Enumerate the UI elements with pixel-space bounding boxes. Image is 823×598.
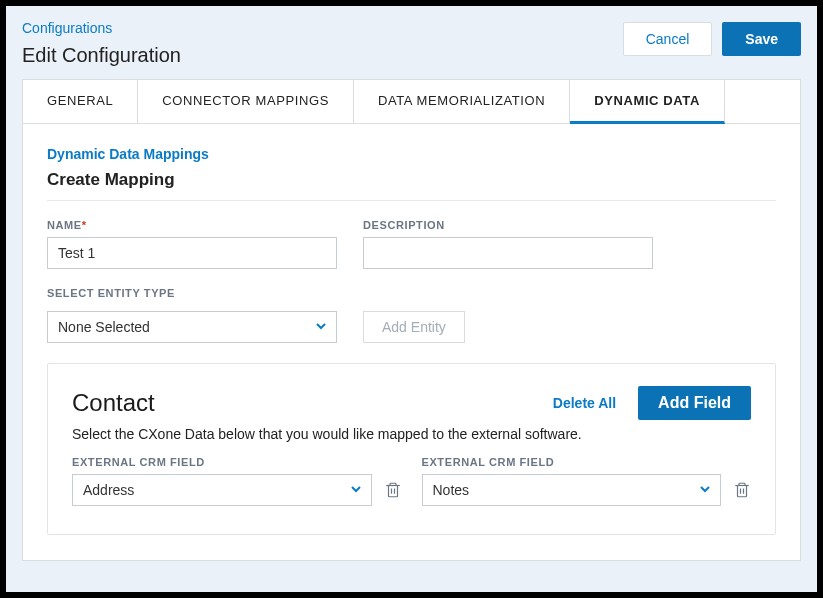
entity-title: Contact	[72, 389, 155, 417]
delete-all-button[interactable]: Delete All	[545, 387, 624, 419]
dynamic-data-mappings-link[interactable]: Dynamic Data Mappings	[47, 146, 776, 162]
description-label: DESCRIPTION	[363, 219, 653, 231]
name-input[interactable]	[47, 237, 337, 269]
entity-type-value: None Selected	[58, 319, 150, 335]
tab-dynamic-data[interactable]: DYNAMIC DATA	[570, 80, 725, 124]
entity-card: Contact Delete All Add Field Select the …	[47, 363, 776, 535]
trash-icon[interactable]	[733, 481, 751, 499]
name-label: NAME*	[47, 219, 337, 231]
tab-connector-mappings[interactable]: CONNECTOR MAPPINGS	[138, 80, 354, 123]
crm-field-value-1: Address	[83, 482, 134, 498]
tabs: GENERAL CONNECTOR MAPPINGS DATA MEMORIAL…	[23, 80, 800, 124]
create-mapping-heading: Create Mapping	[47, 170, 776, 201]
crm-field-label-2: EXTERNAL CRM FIELD	[422, 456, 752, 468]
entity-type-label: SELECT ENTITY TYPE	[47, 287, 337, 299]
save-button[interactable]: Save	[722, 22, 801, 56]
tab-data-memorialization[interactable]: DATA MEMORIALIZATION	[354, 80, 570, 123]
description-input[interactable]	[363, 237, 653, 269]
trash-icon[interactable]	[384, 481, 402, 499]
add-entity-button[interactable]: Add Entity	[363, 311, 465, 343]
crm-field-value-2: Notes	[433, 482, 470, 498]
breadcrumb[interactable]: Configurations	[22, 20, 181, 36]
crm-field-select-2[interactable]: Notes	[422, 474, 722, 506]
add-field-button[interactable]: Add Field	[638, 386, 751, 420]
crm-field-select-1[interactable]: Address	[72, 474, 372, 506]
entity-type-select[interactable]: None Selected	[47, 311, 337, 343]
page-title: Edit Configuration	[22, 44, 181, 67]
cancel-button[interactable]: Cancel	[623, 22, 713, 56]
tab-general[interactable]: GENERAL	[23, 80, 138, 123]
main-panel: GENERAL CONNECTOR MAPPINGS DATA MEMORIAL…	[22, 79, 801, 561]
entity-description: Select the CXone Data below that you wou…	[72, 426, 751, 442]
crm-field-label-1: EXTERNAL CRM FIELD	[72, 456, 402, 468]
